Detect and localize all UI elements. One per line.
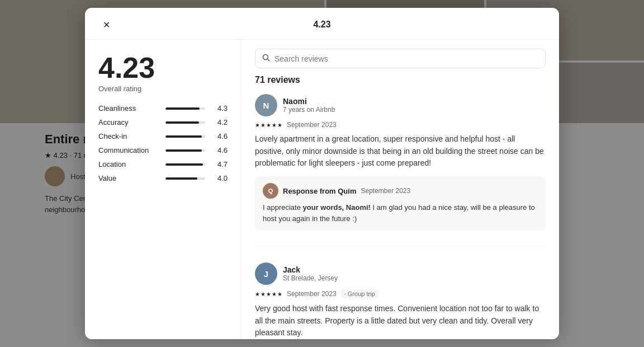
rating-bar-value: 4.7 xyxy=(211,160,228,168)
star-icon: ★ xyxy=(266,291,271,297)
rating-bar-value: 4.0 xyxy=(211,174,228,182)
review-card: J Jack St Brelade, Jersey ★★★★★ Septembe… xyxy=(255,262,546,339)
rating-bar-label: Value xyxy=(98,174,160,182)
reviewer-row: J Jack St Brelade, Jersey xyxy=(255,262,546,285)
host-response-box: Q Response from Quim September 2023 I ap… xyxy=(255,176,546,231)
rating-bar-label: Location xyxy=(98,160,160,168)
rating-bar-track xyxy=(165,149,205,152)
review-date: September 2023 xyxy=(287,121,337,129)
review-stars: ★★★★★ xyxy=(255,122,282,128)
reviewer-location: St Brelade, Jersey xyxy=(283,274,338,282)
reviews-count-header: 71 reviews xyxy=(255,75,546,85)
rating-bar-track xyxy=(165,163,205,166)
rating-bar-item: Value 4.0 xyxy=(98,174,228,182)
overall-score: 4.23 xyxy=(98,53,228,82)
star-icon: ★ xyxy=(255,122,260,128)
response-avatar: Q xyxy=(263,183,278,199)
reviewer-name: Jack xyxy=(283,265,338,274)
star-icon: ★ xyxy=(255,291,260,297)
search-bar xyxy=(255,49,546,68)
search-icon xyxy=(262,54,270,63)
svg-line-1 xyxy=(268,59,270,62)
reviews-panel: 71 reviews N Naomi 7 years on Airbnb ★★★… xyxy=(242,40,559,339)
rating-bar-value: 4.2 xyxy=(211,118,228,126)
rating-bar-item: Check-in 4.6 xyxy=(98,132,228,140)
rating-bar-track xyxy=(165,121,205,124)
rating-bar-track xyxy=(165,177,205,180)
rating-bar-value: 4.3 xyxy=(211,104,228,112)
response-bold-text: your words, Naomi! xyxy=(303,203,371,212)
rating-bar-track xyxy=(165,135,205,138)
rating-bar-fill xyxy=(165,149,202,152)
star-icon: ★ xyxy=(266,122,271,128)
response-date: September 2023 xyxy=(361,187,410,195)
reviewer-location: 7 years on Airbnb xyxy=(283,106,335,114)
review-meta: ★★★★★ September 2023 xyxy=(255,121,546,129)
rating-breakdown-panel: 4.23 Overall rating Cleanliness 4.3 Accu… xyxy=(85,40,242,339)
rating-bar-fill xyxy=(165,177,197,180)
response-text: I appreciate your words, Naomi! I am gla… xyxy=(263,202,538,224)
reviewer-avatar: J xyxy=(255,262,277,285)
review-date: September 2023 xyxy=(287,290,337,298)
review-text: Very good host with fast response times.… xyxy=(255,303,546,339)
star-icon: ★ xyxy=(261,122,266,128)
modal-title: 4.23 xyxy=(313,20,330,30)
rating-bar-item: Communication 4.6 xyxy=(98,146,228,154)
rating-bar-label: Check-in xyxy=(98,132,160,140)
star-icon: ★ xyxy=(277,122,282,128)
rating-bar-fill xyxy=(165,107,200,110)
rating-bar-fill xyxy=(165,163,203,166)
review-card: N Naomi 7 years on Airbnb ★★★★★ Septembe… xyxy=(255,94,546,247)
modal-close-button[interactable]: ✕ xyxy=(98,17,114,32)
rating-bar-item: Location 4.7 xyxy=(98,160,228,168)
response-header: Q Response from Quim September 2023 xyxy=(263,183,538,199)
star-icon: ★ xyxy=(272,122,277,128)
rating-bar-track xyxy=(165,107,205,110)
review-text: Lovely apartment in a great location, su… xyxy=(255,133,546,170)
response-from-name: Response from Quim xyxy=(283,187,356,195)
review-tag: · Group trip xyxy=(341,289,378,298)
rating-bar-label: Accuracy xyxy=(98,118,160,126)
search-input[interactable] xyxy=(274,54,538,63)
rating-bar-label: Cleanliness xyxy=(98,104,160,112)
rating-bar-item: Cleanliness 4.3 xyxy=(98,104,228,112)
rating-bar-fill xyxy=(165,135,202,138)
star-icon: ★ xyxy=(261,291,266,297)
reviewer-info: Jack St Brelade, Jersey xyxy=(283,265,338,282)
star-icon: ★ xyxy=(272,291,277,297)
reviewer-name: Naomi xyxy=(283,97,335,106)
rating-bar-value: 4.6 xyxy=(211,132,228,140)
reviews-modal: ✕ 4.23 4.23 Overall rating Cleanliness 4… xyxy=(85,8,559,339)
modal-header: ✕ 4.23 xyxy=(85,8,559,40)
modal-body: 4.23 Overall rating Cleanliness 4.3 Accu… xyxy=(85,40,559,339)
close-icon: ✕ xyxy=(103,20,110,30)
review-meta: ★★★★★ September 2023 · Group trip xyxy=(255,289,546,298)
rating-bar-fill xyxy=(165,121,199,124)
search-bar-wrap xyxy=(255,40,546,75)
reviewer-row: N Naomi 7 years on Airbnb xyxy=(255,94,546,116)
review-stars: ★★★★★ xyxy=(255,291,282,297)
rating-bar-value: 4.6 xyxy=(211,146,228,154)
rating-bar-item: Accuracy 4.2 xyxy=(98,118,228,126)
rating-bars: Cleanliness 4.3 Accuracy 4.2 Check-in 4.… xyxy=(98,104,228,182)
overall-label: Overall rating xyxy=(98,85,228,93)
rating-bar-label: Communication xyxy=(98,146,160,154)
reviewer-avatar: N xyxy=(255,94,277,116)
reviews-list: N Naomi 7 years on Airbnb ★★★★★ Septembe… xyxy=(255,94,546,339)
star-icon: ★ xyxy=(277,291,282,297)
reviewer-info: Naomi 7 years on Airbnb xyxy=(283,97,335,114)
